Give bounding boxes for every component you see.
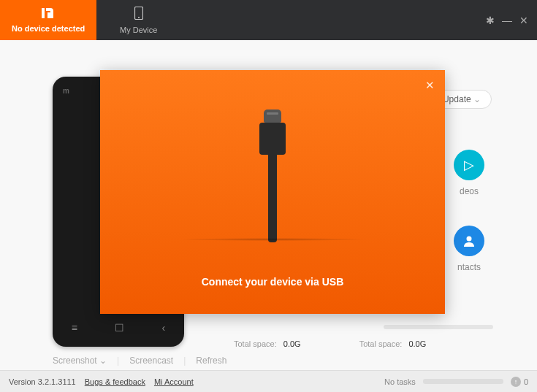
play-icon: ▷ (454, 150, 484, 180)
category-label: ntacts (457, 262, 481, 272)
phone-nav-buttons: ≡ ☐ ‹ (53, 322, 184, 334)
version-text: Version 3.2.1.3111 (9, 377, 76, 386)
storage-label: Total space: (359, 339, 403, 348)
tab-no-device[interactable]: No device detected (0, 0, 96, 40)
gear-icon[interactable]: ✱ (486, 15, 495, 26)
svg-point-2 (467, 237, 472, 242)
arrow-icon: ↑ (511, 377, 521, 387)
status-bar: Version 3.2.1.3111 Bugs & feedback Mi Ac… (0, 370, 537, 392)
back-icon: ‹ (162, 322, 166, 334)
shadow (178, 238, 367, 241)
separator: | (183, 356, 186, 366)
tab-label: No device detected (12, 24, 85, 33)
minimize-icon[interactable]: — (502, 15, 512, 26)
contacts-category[interactable]: ntacts (454, 226, 484, 272)
svg-point-1 (138, 17, 140, 18)
storage-bar (384, 325, 493, 329)
phone-icon (134, 7, 143, 23)
storage-value: 0.0G (408, 339, 426, 348)
separator: | (117, 356, 119, 366)
phone-toolbar: Screenshot ⌄ | Screencast | Refresh (53, 356, 226, 366)
count-value: 0 (524, 377, 528, 386)
storage-item: Total space: 0.0G (234, 339, 301, 348)
refresh-button[interactable]: Refresh (196, 356, 226, 366)
close-icon[interactable]: ✕ (425, 79, 435, 92)
screenshot-button[interactable]: Screenshot ⌄ (53, 356, 107, 366)
category-icons: ▷ deos ntacts (454, 150, 484, 272)
task-count[interactable]: ↑ 0 (511, 377, 528, 387)
task-progress-bar (423, 379, 503, 384)
mi-account-link[interactable]: Mi Account (154, 377, 194, 386)
tab-label: My Device (120, 26, 157, 34)
tasks-label: No tasks (384, 377, 416, 386)
mi-logo-icon: m (63, 87, 69, 95)
connect-usb-modal: ✕ Connect your device via USB (100, 70, 445, 314)
storage-label: Total space: (234, 339, 277, 348)
screencast-button[interactable]: Screencast (129, 356, 173, 366)
category-label: deos (460, 186, 479, 196)
home-icon: ☐ (115, 322, 124, 334)
storage-value: 0.0G (283, 339, 301, 348)
modal-message: Connect your device via USB (100, 276, 445, 288)
person-icon (454, 226, 484, 256)
bugs-link[interactable]: Bugs & feedback (85, 377, 145, 386)
menu-icon: ≡ (72, 322, 77, 334)
window-controls: ✱ — ✕ (486, 0, 537, 40)
usb-icon (259, 109, 286, 242)
tab-my-device[interactable]: My Device (96, 0, 180, 40)
storage-info: Total space: 0.0G Total space: 0.0G (234, 339, 493, 348)
storage-item: Total space: 0.0G (359, 339, 427, 348)
mi-logo-icon (42, 8, 55, 21)
title-bar: No device detected My Device ✱ — ✕ (0, 0, 537, 40)
videos-category[interactable]: ▷ deos (454, 150, 484, 196)
close-icon[interactable]: ✕ (519, 15, 528, 26)
